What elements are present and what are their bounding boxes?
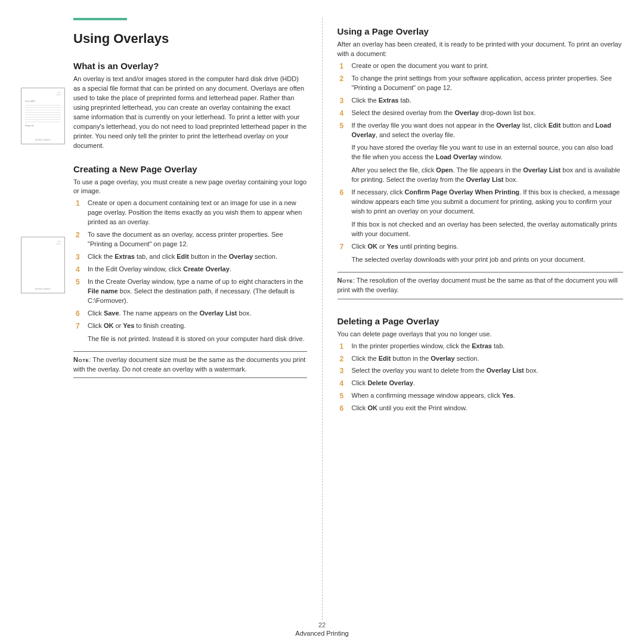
creating-overlay-intro: To use a page overlay, you must create a… [73,178,307,197]
page-title: Using Overlays [73,31,307,47]
step-item: Click Delete Overlay. [338,379,624,388]
step-item: Create or open a document containing tex… [73,199,307,227]
accent-bar [73,18,127,20]
step-item: Click Save. The name appears on the Over… [73,309,307,318]
step-item: Click OK until you exit the Print window… [338,404,624,413]
step-item: Click OK or Yes to finish creating. The … [73,321,307,344]
column-divider [322,18,323,620]
step-item: When a confirming message window appears… [338,391,624,401]
footer-section: Advanced Printing [295,630,348,637]
using-overlay-intro: After an overlay has been created, it is… [338,40,624,59]
creating-overlay-steps: Create or open a document containing tex… [73,199,307,343]
step-item: Create or open the document you want to … [338,61,624,71]
deleting-overlay-intro: You can delete page overlays that you no… [338,330,624,339]
step-item: To save the document as an overlay, acce… [73,230,307,249]
page-number: 22 [0,621,644,628]
deleting-overlay-steps: In the printer properties window, click … [338,342,624,414]
overlay-thumb-letter: ━━━━━━━ Dear ABC Regards WORLD BEST [21,88,65,144]
step-item: In the printer properties window, click … [338,342,624,351]
step-item: Click the Extras tab. [338,96,624,106]
step-item: In the Edit Overlay window, click Create… [73,265,307,274]
heading-creating-overlay: Creating a New Page Overlay [73,164,307,174]
heading-deleting-overlay: Deleting a Page Overlay [338,316,624,326]
using-overlay-steps: Create or open the document you want to … [338,61,624,265]
step-item: Click the Extras tab, and click Edit but… [73,252,307,262]
step-item: To change the print settings from your s… [338,74,624,93]
step-item: If necessary, click Confirm Page Overlay… [338,188,624,239]
note-using-overlay: Note: The resolution of the overlay docu… [338,272,624,299]
note-creating-overlay: Note: The overlay document size must be … [73,351,307,379]
heading-what-is-overlay: What is an Overlay? [73,61,307,71]
step-item: In the Create Overlay window, type a nam… [73,277,307,306]
step-item: Select the desired overlay from the Over… [338,109,624,118]
page-footer: 22 Advanced Printing [0,621,644,637]
what-is-overlay-text: An overlay is text and/or images stored … [73,75,307,151]
step-item: Click the Edit button in the Overlay sec… [338,354,624,364]
step-item: If the overlay file you want does not ap… [338,121,624,185]
step-item: Select the overlay you want to delete fr… [338,366,624,376]
step-item: Click OK or Yes until printing begins. T… [338,242,624,265]
overlay-thumb-blank: ━━━━━━━ WORLD BEST [21,237,65,293]
heading-using-overlay: Using a Page Overlay [338,26,624,36]
